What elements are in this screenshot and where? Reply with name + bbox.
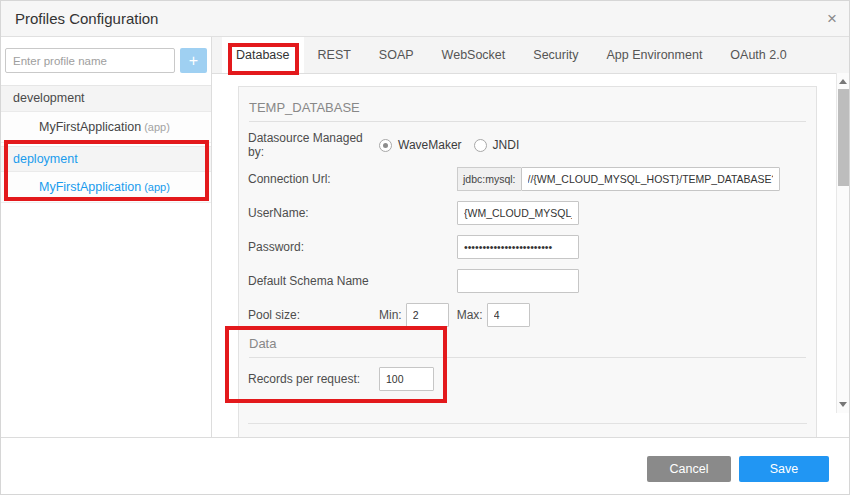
pool-size-label: Pool size: [248, 308, 379, 322]
pool-max-input[interactable] [487, 303, 530, 327]
connection-url-label: Connection Url: [248, 172, 457, 186]
jndi-radio[interactable] [474, 139, 487, 152]
tab-app-environment[interactable]: App Environment [592, 37, 716, 73]
connection-url-row: Connection Url: jdbc:mysql: [248, 167, 807, 191]
sidebar-item-myfirstapplication-deployment[interactable]: MyFirstApplication(app) [1, 172, 211, 203]
vertical-scrollbar[interactable] [836, 73, 850, 413]
tab-soap[interactable]: SOAP [365, 37, 428, 73]
tab-bar: Database REST SOAP WebSocket Security Ap… [212, 37, 850, 74]
tab-database[interactable]: Database [222, 37, 304, 73]
dialog-title: Profiles Configuration [15, 10, 158, 27]
profiles-configuration-dialog: Profiles Configuration × + development M… [0, 0, 850, 495]
default-schema-row: Default Schema Name [248, 269, 807, 293]
tab-rest[interactable]: REST [304, 37, 365, 73]
jdbc-prefix-label: jdbc:mysql: [457, 167, 521, 191]
profile-search-row: + [1, 37, 211, 86]
add-profile-button[interactable]: + [180, 48, 207, 73]
scroll-up-icon[interactable] [839, 79, 847, 84]
default-schema-input[interactable] [457, 269, 579, 293]
app-item-label: MyFirstApplication [39, 120, 141, 134]
data-section-title: Data [249, 336, 806, 358]
pool-max-label: Max: [457, 308, 483, 322]
cancel-button[interactable]: Cancel [647, 456, 731, 482]
tab-security[interactable]: Security [519, 37, 592, 73]
default-schema-label: Default Schema Name [248, 274, 457, 288]
connection-url-input[interactable] [521, 167, 780, 191]
password-input[interactable] [457, 235, 579, 259]
app-item-suffix: (app) [144, 181, 170, 193]
pool-min-input[interactable] [406, 303, 449, 327]
wavemaker-radio-label: WaveMaker [398, 138, 462, 152]
username-row: UserName: [248, 201, 807, 225]
pool-size-row: Pool size: Min: Max: [248, 303, 807, 327]
sidebar-item-myfirstapplication-development[interactable]: MyFirstApplication(app) [1, 112, 211, 143]
app-item-suffix: (app) [144, 121, 170, 133]
tab-websocket[interactable]: WebSocket [428, 37, 520, 73]
dialog-footer: Cancel Save [1, 437, 850, 495]
username-input[interactable] [457, 201, 579, 225]
database-section-title: TEMP_DATABASE [249, 100, 806, 122]
save-button[interactable]: Save [739, 456, 829, 482]
records-per-request-label: Records per request: [248, 372, 379, 386]
username-label: UserName: [248, 206, 457, 220]
database-form-panel: TEMP_DATABASE Datasource Managed by: Wav… [238, 86, 817, 437]
tab-oauth[interactable]: OAuth 2.0 [716, 37, 800, 73]
scrollbar-thumb[interactable] [838, 89, 849, 186]
password-label: Password: [248, 240, 457, 254]
password-row: Password: [248, 235, 807, 259]
sidebar-item-deployment[interactable]: deployment [1, 146, 211, 172]
app-item-label: MyFirstApplication [39, 180, 141, 194]
sidebar-item-development[interactable]: development [1, 86, 211, 112]
records-per-request-input[interactable] [379, 367, 434, 391]
jndi-radio-label: JNDI [493, 138, 520, 152]
profile-name-input[interactable] [5, 48, 175, 73]
records-per-request-row: Records per request: [248, 367, 807, 391]
wavemaker-radio[interactable] [379, 139, 392, 152]
section-divider [248, 423, 807, 424]
pool-min-label: Min: [379, 308, 402, 322]
datasource-row: Datasource Managed by: WaveMaker JNDI [248, 133, 807, 157]
datasource-label: Datasource Managed by: [248, 131, 379, 159]
title-bar: Profiles Configuration × [1, 1, 850, 37]
scroll-down-icon[interactable] [839, 402, 847, 407]
close-icon[interactable]: × [827, 10, 837, 27]
profiles-sidebar: + development MyFirstApplication(app) de… [1, 37, 212, 437]
